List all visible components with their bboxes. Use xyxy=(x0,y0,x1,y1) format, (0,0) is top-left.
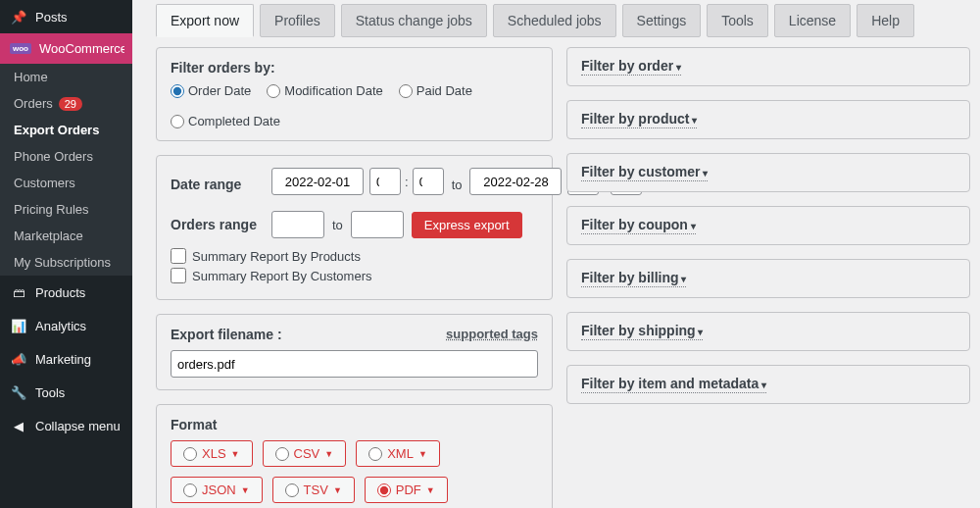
min-from-input[interactable] xyxy=(413,168,444,195)
filename-label: Export filename : xyxy=(171,327,282,342)
sidebar-item-woocommerce[interactable]: woo WooCommerce xyxy=(0,33,132,64)
express-export-button[interactable]: Express export xyxy=(412,212,522,238)
filter-completed-date[interactable]: Completed Date xyxy=(171,114,280,128)
caret-icon: ▼ xyxy=(418,449,427,459)
filter-by-shipping[interactable]: Filter by shipping xyxy=(566,312,970,351)
summary-customers-checkbox[interactable] xyxy=(171,268,186,283)
filter-order-date[interactable]: Order Date xyxy=(171,83,251,98)
orders-count-badge: 29 xyxy=(59,97,82,111)
tab-bar: Export now Profiles Status change jobs S… xyxy=(142,0,970,47)
tab-profiles[interactable]: Profiles xyxy=(260,4,335,37)
filter-by-product[interactable]: Filter by product xyxy=(566,100,970,139)
filter-by-order[interactable]: Filter by order xyxy=(566,47,970,86)
tab-status-change[interactable]: Status change jobs xyxy=(341,4,487,37)
filter-title: Filter orders by: xyxy=(171,60,538,76)
format-label: Format xyxy=(171,417,538,432)
format-xml[interactable]: XML▼ xyxy=(356,440,440,467)
posts-label: Posts xyxy=(35,10,68,25)
summary-customers-label: Summary Report By Customers xyxy=(192,269,372,283)
megaphone-icon: 📣 xyxy=(10,350,27,368)
radio-order-date[interactable] xyxy=(171,84,184,98)
tab-help[interactable]: Help xyxy=(857,4,914,37)
sidebar-sub-orders[interactable]: Orders 29 xyxy=(0,90,132,117)
caret-icon: ▼ xyxy=(241,485,250,495)
tab-settings[interactable]: Settings xyxy=(622,4,702,37)
caret-icon: ▼ xyxy=(324,449,333,459)
sidebar-item-posts[interactable]: 📌 Posts xyxy=(0,0,132,33)
pin-icon: 📌 xyxy=(10,8,27,25)
filter-orders-card: Filter orders by: Order Date Modificatio… xyxy=(156,47,553,141)
sidebar-sub-customers[interactable]: Customers xyxy=(0,170,132,196)
date-from-input[interactable] xyxy=(271,168,364,195)
tab-tools[interactable]: Tools xyxy=(707,4,768,37)
sidebar-sub-export-orders[interactable]: Export Orders xyxy=(0,117,132,143)
caret-icon: ▼ xyxy=(426,485,435,495)
collapse-label: Collapse menu xyxy=(35,419,121,433)
box-icon: 🗃 xyxy=(10,283,27,301)
main-content: Export now Profiles Status change jobs S… xyxy=(132,0,980,508)
filename-input[interactable] xyxy=(171,350,538,378)
sidebar-item-marketing[interactable]: 📣 Marketing xyxy=(0,342,132,376)
sidebar-item-analytics[interactable]: 📊 Analytics xyxy=(0,309,132,342)
sidebar-item-tools[interactable]: 🔧 Tools xyxy=(0,376,132,409)
caret-icon: ▼ xyxy=(231,449,240,459)
sidebar-sub-marketplace[interactable]: Marketplace xyxy=(0,223,132,249)
sidebar-collapse[interactable]: ◀ Collapse menu xyxy=(0,409,132,442)
summary-products-label: Summary Report By Products xyxy=(192,249,361,264)
filename-card: Export filename : supported tags xyxy=(156,314,553,390)
sidebar-sub-home[interactable]: Home xyxy=(0,64,132,90)
orders-from-input[interactable] xyxy=(271,211,324,238)
summary-products-checkbox[interactable] xyxy=(171,248,186,264)
sidebar-sub-phone-orders[interactable]: Phone Orders xyxy=(0,143,132,170)
format-csv[interactable]: CSV▼ xyxy=(263,440,347,467)
tools-label: Tools xyxy=(35,385,65,400)
admin-sidebar: 📌 Posts woo WooCommerce Home Orders 29 E… xyxy=(0,0,132,508)
wrench-icon: 🔧 xyxy=(10,383,27,401)
sidebar-sub-pricing-rules[interactable]: Pricing Rules xyxy=(0,196,132,223)
products-label: Products xyxy=(35,285,85,300)
tab-scheduled[interactable]: Scheduled jobs xyxy=(493,4,616,37)
orders-range-label: Orders range xyxy=(171,217,264,232)
format-xls[interactable]: XLS▼ xyxy=(171,440,253,467)
filter-mod-date[interactable]: Modification Date xyxy=(267,83,382,98)
to-label-2: to xyxy=(332,218,343,232)
filter-by-coupon[interactable]: Filter by coupon xyxy=(566,206,970,245)
date-range-label: Date range xyxy=(171,177,264,192)
date-to-input[interactable] xyxy=(469,168,562,195)
supported-tags-link[interactable]: supported tags xyxy=(446,327,538,341)
sidebar-item-products[interactable]: 🗃 Products xyxy=(0,276,132,309)
orders-label: Orders xyxy=(14,96,53,111)
radio-mod-date[interactable] xyxy=(267,84,280,98)
tab-license[interactable]: License xyxy=(774,4,851,37)
filter-by-item-metadata[interactable]: Filter by item and metadata xyxy=(566,365,970,404)
range-card: Date range : to xyxy=(156,155,553,300)
woo-icon: woo xyxy=(10,43,31,54)
format-card: Format XLS▼ CSV▼ XML▼ JSON▼ TSV▼ PDF▼ HT… xyxy=(156,404,553,508)
caret-icon: ▼ xyxy=(333,485,342,495)
orders-to-input[interactable] xyxy=(351,211,404,238)
sidebar-sub-subscriptions[interactable]: My Subscriptions xyxy=(0,249,132,276)
format-json[interactable]: JSON▼ xyxy=(171,477,263,503)
to-label: to xyxy=(452,178,463,192)
radio-completed-date[interactable] xyxy=(171,115,184,128)
hour-from-input[interactable] xyxy=(369,168,401,195)
analytics-label: Analytics xyxy=(35,319,86,333)
radio-paid-date[interactable] xyxy=(399,84,413,98)
filter-by-billing[interactable]: Filter by billing xyxy=(566,259,970,298)
format-pdf[interactable]: PDF▼ xyxy=(365,477,448,503)
marketing-label: Marketing xyxy=(35,352,91,367)
collapse-icon: ◀ xyxy=(10,417,27,434)
woo-label: WooCommerce xyxy=(39,41,127,56)
chart-icon: 📊 xyxy=(10,317,27,334)
filter-paid-date[interactable]: Paid Date xyxy=(399,83,472,98)
tab-export-now[interactable]: Export now xyxy=(156,4,254,37)
filter-by-customer[interactable]: Filter by customer xyxy=(566,153,970,192)
format-tsv[interactable]: TSV▼ xyxy=(272,477,355,503)
